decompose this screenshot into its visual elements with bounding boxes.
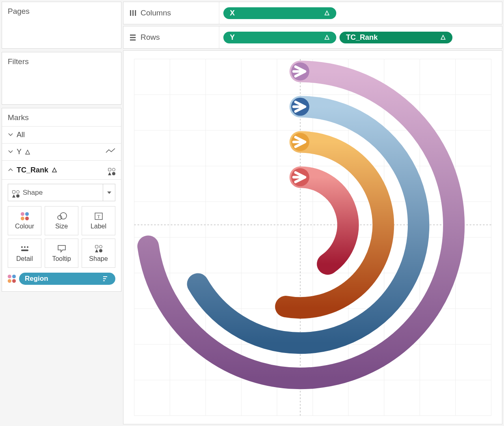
columns-icon — [129, 9, 136, 17]
pages-title: Pages — [2, 2, 121, 20]
encoding-label: Shape — [89, 255, 108, 262]
size-encoding-button[interactable]: Size — [45, 206, 78, 235]
label-icon: T — [94, 211, 103, 221]
rows-icon — [129, 34, 136, 41]
delta-icon — [324, 10, 330, 16]
columns-pills: X — [219, 7, 340, 19]
shape-mark-icon — [12, 187, 19, 198]
columns-shelf-label-area: Columns — [123, 2, 219, 24]
chevron-down-icon — [8, 131, 13, 138]
shape-encoding-button[interactable]: Shape — [82, 239, 115, 268]
rows-shelf[interactable]: Rows Y TC_Rank — [123, 26, 502, 49]
radial-arc[interactable] — [300, 177, 348, 264]
size-icon — [56, 211, 67, 221]
rows-label: Rows — [141, 33, 160, 42]
right-main-column: Columns X Rows Y — [123, 0, 504, 426]
svg-rect-13 — [135, 10, 136, 16]
marks-row-all[interactable]: All — [2, 127, 121, 144]
marks-row-tcrank[interactable]: TC_Rank — [2, 161, 121, 180]
rows-shelf-label-area: Rows — [123, 26, 219, 48]
mark-type-dropdown[interactable] — [103, 184, 115, 201]
label-encoding-button[interactable]: T Label — [82, 206, 115, 235]
marks-card: Marks All Y — [2, 108, 121, 292]
marks-encoding-grid: Colour Size T Label Detail — [2, 201, 121, 271]
row-pill-y[interactable]: Y — [223, 32, 336, 43]
svg-rect-7 — [21, 250, 28, 251]
delta-icon — [52, 167, 57, 173]
marks-row-label: All — [17, 131, 25, 139]
shape-mark-icon — [108, 165, 115, 175]
tooltip-icon — [57, 244, 67, 254]
svg-point-4 — [21, 246, 23, 248]
arrow-marker[interactable] — [291, 62, 309, 81]
svg-rect-15 — [130, 37, 136, 38]
columns-label: Columns — [141, 9, 171, 17]
mark-type-selector-main[interactable]: Shape — [8, 184, 103, 201]
chevron-down-icon — [8, 148, 13, 155]
column-pill-x[interactable]: X — [223, 7, 336, 19]
chevron-up-icon — [8, 167, 13, 174]
mark-type-selector[interactable]: Shape — [8, 184, 115, 201]
svg-rect-10 — [103, 280, 105, 281]
row-pill-tcrank[interactable]: TC_Rank — [340, 32, 452, 43]
rows-pills: Y TC_Rank — [219, 32, 456, 43]
encoding-label: Detail — [16, 255, 33, 262]
sort-icon — [103, 276, 110, 282]
chart-svg — [123, 51, 502, 424]
encoding-label: Tooltip — [52, 255, 71, 262]
line-mark-icon — [106, 148, 115, 156]
svg-text:T: T — [97, 214, 100, 219]
marks-field-row: Region — [2, 271, 121, 291]
marks-row-label: Y — [17, 148, 22, 156]
colour-icon — [21, 211, 29, 221]
filters-shelf[interactable]: Filters — [2, 52, 121, 105]
svg-rect-14 — [130, 34, 136, 36]
shape-icon — [95, 244, 102, 254]
pill-label: X — [230, 9, 235, 17]
delta-icon — [440, 34, 446, 40]
detail-encoding-button[interactable]: Detail — [8, 239, 41, 268]
pages-shelf[interactable]: Pages — [2, 2, 121, 49]
delta-icon — [25, 149, 30, 155]
mark-type-label: Shape — [23, 189, 43, 197]
columns-shelf[interactable]: Columns X — [123, 2, 502, 24]
arrow-marker[interactable] — [291, 168, 309, 186]
svg-point-6 — [27, 246, 28, 248]
pill-label: TC_Rank — [346, 33, 378, 42]
filters-title: Filters — [2, 52, 121, 70]
arrow-marker[interactable] — [291, 98, 309, 116]
svg-rect-8 — [103, 276, 107, 277]
svg-rect-16 — [130, 39, 136, 41]
marks-row-y[interactable]: Y — [2, 144, 121, 161]
marks-row-label: TC_Rank — [17, 166, 48, 174]
encoding-label: Label — [91, 223, 106, 230]
arrow-marker[interactable] — [291, 133, 309, 151]
pill-label: Region — [25, 275, 48, 283]
delta-icon — [324, 34, 330, 40]
marks-title: Marks — [2, 108, 121, 127]
marks-rows: All Y — [2, 127, 121, 180]
detail-icon — [20, 244, 30, 254]
svg-point-5 — [24, 246, 26, 248]
colour-icon — [8, 275, 16, 283]
svg-rect-11 — [130, 10, 131, 16]
tooltip-encoding-button[interactable]: Tooltip — [45, 239, 78, 268]
svg-rect-9 — [103, 278, 106, 279]
encoding-label: Colour — [15, 223, 34, 230]
svg-point-0 — [58, 215, 62, 219]
colour-encoding-button[interactable]: Colour — [8, 206, 41, 235]
encoding-label: Size — [55, 223, 68, 230]
svg-rect-12 — [132, 10, 134, 16]
left-panel-column: Pages Filters Marks All — [0, 0, 123, 426]
visualization-canvas[interactable] — [123, 50, 502, 424]
pill-label: Y — [230, 33, 235, 42]
region-field-pill[interactable]: Region — [19, 273, 115, 285]
